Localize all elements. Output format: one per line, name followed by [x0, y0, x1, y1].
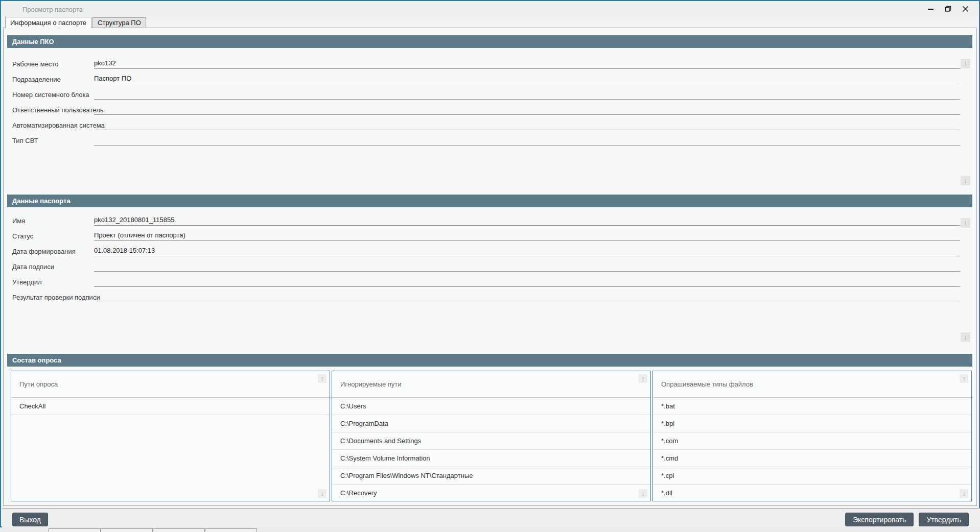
background-cell [205, 528, 257, 532]
field-label: Дата подписи [12, 263, 54, 271]
passport-view-window: Просмотр паспорта [0, 0, 980, 527]
list-item[interactable]: CheckAll [11, 398, 330, 415]
scroll-down-icon[interactable]: ↓ [639, 489, 647, 498]
list-item[interactable]: C:\Documents and Settings [332, 432, 650, 450]
field-label: Автоматизированная система [12, 122, 105, 129]
export-button[interactable]: Экспортировать [845, 513, 914, 526]
scroll-up-icon[interactable]: ↑ [961, 218, 970, 228]
scroll-down-icon[interactable]: ↓ [961, 332, 970, 342]
field-value-workplace[interactable]: pko132 [94, 57, 960, 69]
field-label: Номер системного блока [12, 91, 89, 99]
panel-surveyed-file-types: Опрашиваемые типы файлов *.bat *.bpl *.c… [652, 371, 972, 501]
close-icon [962, 5, 969, 14]
field-row: Номер системного блока [7, 87, 972, 102]
field-row: Утвердил [7, 274, 972, 289]
field-row: Статус Проект (отличен от паспорта) [7, 228, 972, 244]
scroll-up-icon[interactable]: ↑ [961, 59, 970, 68]
field-label: Статус [12, 232, 33, 240]
section-header-passport: Данные паспорта [7, 195, 972, 207]
panel-survey-paths: Пути опроса CheckAll ↑ ↓ [11, 371, 330, 501]
field-value-status[interactable]: Проект (отличен от паспорта) [94, 229, 960, 241]
field-row: Дата формирования 01.08.2018 15:07:13 [7, 244, 972, 259]
field-value-automated-system[interactable] [94, 118, 960, 130]
field-label: Подразделение [12, 76, 61, 83]
field-row: Результат проверки подписи [7, 289, 972, 305]
list-item[interactable]: C:\Program Files\Windows NT\Стандартные [332, 467, 650, 485]
field-value-creation-date[interactable]: 01.08.2018 15:07:13 [94, 244, 960, 256]
scroll-down-icon[interactable]: ↓ [960, 489, 968, 498]
field-label: Тип СВТ [12, 137, 38, 144]
field-label: Ответственный пользователь [12, 106, 104, 114]
list-item[interactable]: C:\ProgramData [332, 415, 650, 432]
field-row: Имя pko132_20180801_115855 [7, 213, 972, 228]
panel-header: Игнорируемые пути [332, 371, 650, 398]
restore-button[interactable] [939, 2, 956, 17]
section-header-pko: Данные ПКО [7, 35, 972, 48]
scroll-up-icon[interactable]: ↑ [318, 374, 326, 383]
pko-fields: Рабочее место pko132 Подразделение Паспо… [7, 56, 972, 148]
field-value-department[interactable]: Паспорт ПО [94, 72, 960, 84]
window-controls [922, 2, 974, 17]
restore-icon [945, 5, 951, 14]
field-value-system-unit-number[interactable] [94, 87, 960, 100]
title-bar: Просмотр паспорта [2, 2, 978, 17]
list-item[interactable]: *.dll [653, 485, 971, 501]
field-label: Результат проверки подписи [12, 294, 100, 301]
field-label: Утвердил [12, 278, 42, 286]
tab-software-structure[interactable]: Структура ПО [92, 17, 146, 28]
passport-fields: Имя pko132_20180801_115855 Статус Проект… [7, 213, 972, 305]
list-item[interactable]: C:\System Volume Information [332, 450, 650, 467]
exit-button[interactable]: Выход [12, 513, 48, 526]
field-value-name[interactable]: pko132_20180801_115855 [94, 213, 960, 226]
field-value-approved-by[interactable] [94, 275, 960, 287]
scroll-down-icon[interactable]: ↓ [961, 176, 970, 185]
field-label: Рабочее место [12, 60, 58, 68]
field-label: Дата формирования [12, 248, 76, 255]
field-row: Автоматизированная система [7, 117, 972, 133]
panel-header: Пути опроса [11, 371, 330, 398]
background-cell [153, 528, 205, 532]
field-value-responsible-user[interactable] [94, 103, 960, 115]
window-title: Просмотр паспорта [2, 6, 83, 13]
minimize-icon [927, 5, 934, 14]
list-item[interactable]: *.cpl [653, 467, 971, 485]
list-item[interactable]: *.cmd [653, 450, 971, 467]
tab-page: Данные ПКО Рабочее место pko132 Подразде… [3, 28, 977, 506]
list-item[interactable]: *.bpl [653, 415, 971, 432]
close-button[interactable] [956, 2, 974, 17]
field-row: Ответственный пользователь [7, 102, 972, 117]
tab-passport-info[interactable]: Информация о паспорте [5, 17, 91, 28]
panel-ignored-paths: Игнорируемые пути C:\Users C:\ProgramDat… [332, 371, 651, 501]
scroll-down-icon[interactable]: ↓ [318, 489, 326, 498]
scroll-up-icon[interactable]: ↑ [960, 374, 968, 383]
background-cell [101, 528, 153, 532]
field-row: Дата подписи [7, 259, 972, 274]
field-value-signature-check-result[interactable] [94, 290, 960, 302]
field-value-signature-date[interactable] [94, 259, 960, 272]
section-header-survey: Состав опроса [7, 354, 972, 367]
background-cell [49, 528, 101, 532]
panel-header: Опрашиваемые типы файлов [653, 371, 971, 398]
field-row: Подразделение Паспорт ПО [7, 71, 972, 87]
minimize-button[interactable] [922, 2, 939, 17]
list-item[interactable]: *.bat [653, 398, 971, 415]
approve-button[interactable]: Утвердить [919, 513, 969, 526]
footer-bar: Выход Экспортировать Утвердить [2, 508, 980, 527]
list-item[interactable]: C:\Users [332, 398, 650, 415]
list-item[interactable]: *.com [653, 432, 971, 450]
tab-bar: Информация о паспорте Структура ПО [5, 17, 147, 28]
field-value-svt-type[interactable] [94, 133, 960, 146]
field-row: Рабочее место pko132 [7, 56, 972, 71]
footer-right-buttons: Экспортировать Утвердить [845, 513, 969, 526]
field-row: Тип СВТ [7, 133, 972, 148]
field-label: Имя [12, 217, 25, 225]
list-item[interactable]: C:\Recovery [332, 485, 650, 501]
survey-panels: Пути опроса CheckAll ↑ ↓ Игнорируемые пу… [11, 371, 972, 501]
scroll-up-icon[interactable]: ↑ [639, 374, 647, 383]
screen: Просмотр паспорта [0, 0, 980, 532]
background-window-sliver [0, 527, 980, 532]
